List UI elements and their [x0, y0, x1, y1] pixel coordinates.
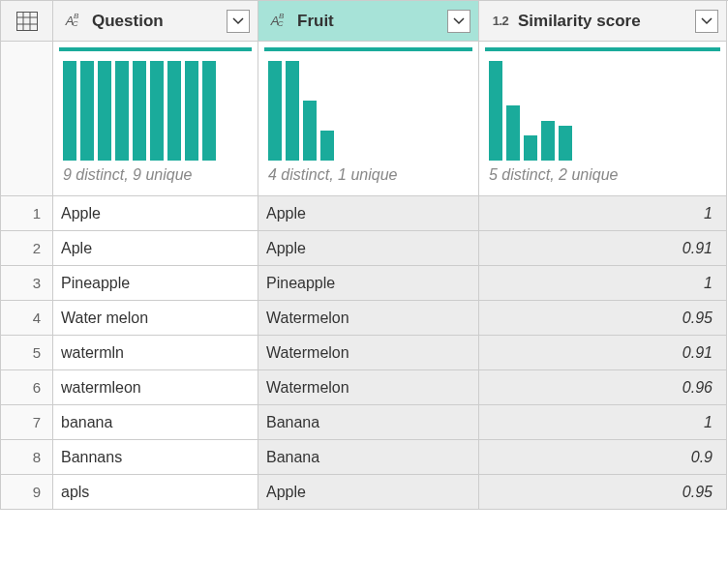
column-stats: 5 distinct, 2 unique	[479, 166, 726, 195]
cell-question[interactable]: Bannans	[53, 440, 258, 475]
distribution-bar	[524, 135, 537, 161]
column-profile-score[interactable]: 5 distinct, 2 unique	[479, 42, 727, 196]
row-number[interactable]: 9	[1, 475, 53, 510]
distribution-bar	[202, 61, 216, 161]
row-number[interactable]: 7	[1, 405, 53, 440]
cell-question[interactable]: Water melon	[53, 301, 258, 336]
cell-question[interactable]: Apple	[53, 196, 258, 231]
distribution-bar	[150, 61, 164, 161]
column-stats: 9 distinct, 9 unique	[53, 166, 258, 195]
number-type-icon: 1.2	[487, 14, 514, 28]
cell-fruit[interactable]: Apple	[258, 231, 479, 266]
cell-score[interactable]: 0.96	[479, 370, 727, 405]
cell-fruit[interactable]: Watermelon	[258, 301, 479, 336]
cell-fruit[interactable]: Watermelon	[258, 370, 479, 405]
distribution-bar	[80, 61, 94, 161]
distribution-chart	[53, 51, 258, 166]
summary-rownum-blank	[1, 42, 53, 196]
cell-score[interactable]: 0.91	[479, 231, 727, 266]
cell-fruit[interactable]: Apple	[258, 196, 479, 231]
data-table: ABC Question ABC Fruit 1.2 Similarity sc…	[0, 0, 728, 510]
row-number[interactable]: 2	[1, 231, 53, 266]
cell-score[interactable]: 1	[479, 405, 727, 440]
text-type-icon: ABC	[61, 14, 88, 28]
cell-question[interactable]: banana	[53, 405, 258, 440]
distribution-bar	[320, 131, 334, 161]
distribution-bar	[286, 61, 299, 161]
chevron-down-icon	[232, 17, 244, 25]
cell-question[interactable]: Aple	[53, 231, 258, 266]
distribution-chart	[479, 51, 726, 166]
cell-score[interactable]: 0.95	[479, 475, 727, 510]
distribution-bar	[506, 105, 520, 161]
column-stats: 4 distinct, 1 unique	[258, 166, 478, 195]
row-number[interactable]: 5	[1, 336, 53, 370]
cell-fruit[interactable]: Banana	[258, 405, 479, 440]
filter-button-question[interactable]	[227, 10, 250, 33]
cell-fruit[interactable]: Pineapple	[258, 266, 479, 301]
column-profile-fruit[interactable]: 4 distinct, 1 unique	[258, 42, 479, 196]
column-header-fruit[interactable]: ABC Fruit	[258, 1, 479, 42]
distribution-bar	[167, 61, 181, 161]
distribution-bar	[303, 101, 317, 161]
cell-question[interactable]: watermleon	[53, 370, 258, 405]
column-label: Fruit	[293, 12, 447, 31]
cell-score[interactable]: 0.9	[479, 440, 727, 475]
cell-score[interactable]: 1	[479, 266, 727, 301]
filter-button-score[interactable]	[695, 10, 718, 33]
cell-score[interactable]: 0.91	[479, 336, 727, 370]
svg-rect-0	[16, 12, 37, 30]
cell-question[interactable]: Pineapple	[53, 266, 258, 301]
chevron-down-icon	[701, 17, 713, 25]
cell-score[interactable]: 1	[479, 196, 727, 231]
distribution-bar	[541, 121, 555, 161]
filter-button-fruit[interactable]	[447, 10, 470, 33]
cell-score[interactable]: 0.95	[479, 301, 727, 336]
distribution-bar	[489, 61, 502, 161]
distribution-bar	[133, 61, 146, 161]
column-header-question[interactable]: ABC Question	[53, 1, 258, 42]
column-label: Question	[88, 12, 227, 31]
distribution-bar	[268, 61, 282, 161]
column-profile-question[interactable]: 9 distinct, 9 unique	[53, 42, 258, 196]
cell-question[interactable]: watermln	[53, 336, 258, 370]
text-type-icon: ABC	[266, 14, 293, 28]
distribution-bar	[115, 61, 129, 161]
cell-fruit[interactable]: Apple	[258, 475, 479, 510]
row-number[interactable]: 8	[1, 440, 53, 475]
distribution-bar	[559, 126, 572, 161]
cell-question[interactable]: apls	[53, 475, 258, 510]
cell-fruit[interactable]: Banana	[258, 440, 479, 475]
table-icon	[16, 12, 38, 31]
column-header-score[interactable]: 1.2 Similarity score	[479, 1, 727, 42]
row-number[interactable]: 6	[1, 370, 53, 405]
row-number[interactable]: 1	[1, 196, 53, 231]
row-number[interactable]: 4	[1, 301, 53, 336]
distribution-chart	[258, 51, 478, 166]
distribution-bar	[63, 61, 76, 161]
distribution-bar	[185, 61, 198, 161]
distribution-bar	[98, 61, 111, 161]
table-corner[interactable]	[1, 1, 53, 42]
row-number[interactable]: 3	[1, 266, 53, 301]
column-label: Similarity score	[514, 12, 695, 31]
cell-fruit[interactable]: Watermelon	[258, 336, 479, 370]
chevron-down-icon	[453, 17, 465, 25]
